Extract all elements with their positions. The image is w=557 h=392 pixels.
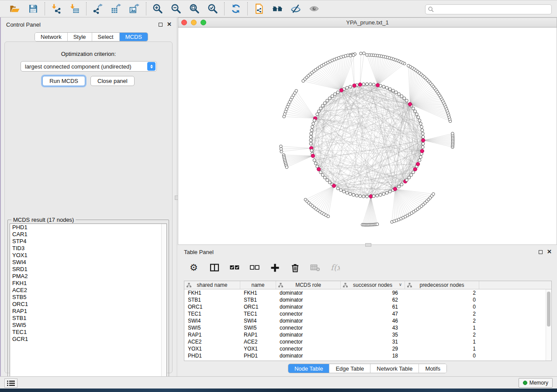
select-all-icon[interactable] xyxy=(229,262,240,273)
cell-name[interactable]: RAP1 xyxy=(240,331,276,338)
import-table-icon[interactable] xyxy=(69,3,80,14)
cell-predecessor-nodes[interactable]: 2 xyxy=(405,310,479,317)
cell-successor-nodes[interactable]: 18 xyxy=(341,352,405,359)
network-document-icon[interactable] xyxy=(253,3,265,14)
mcds-result-item[interactable]: SRD1 xyxy=(10,266,166,273)
cell-successor-nodes[interactable]: 29 xyxy=(341,345,405,352)
table-row[interactable]: RAP1RAP1dominator352 xyxy=(184,331,551,338)
mcds-result-item[interactable]: TID3 xyxy=(10,245,166,252)
zoom-selected-icon[interactable] xyxy=(207,3,218,14)
cell-shared-name[interactable]: SWI4 xyxy=(184,317,240,324)
mcds-result-item[interactable]: ORC1 xyxy=(10,301,166,308)
mcds-result-list[interactable]: PHD1CAR1STP4TID3YOX1SWI4SRD1PMA2FKH1ACE2… xyxy=(10,224,167,379)
minimize-window-icon[interactable] xyxy=(191,20,197,25)
memory-button[interactable]: Memory xyxy=(519,378,553,388)
search-input[interactable] xyxy=(436,7,549,13)
cell-shared-name[interactable]: YOX1 xyxy=(184,345,240,352)
cell-name[interactable]: PHD1 xyxy=(240,352,276,359)
add-column-icon[interactable] xyxy=(270,262,280,273)
cell-name[interactable]: SWI4 xyxy=(240,317,276,324)
cell-shared-name[interactable]: SWI5 xyxy=(184,324,240,331)
sort-chevron-icon[interactable]: ∨ xyxy=(399,282,402,287)
mcds-result-item[interactable]: YOX1 xyxy=(10,252,166,259)
cell-shared-name[interactable]: RAP1 xyxy=(184,331,240,338)
cell-name[interactable]: FKH1 xyxy=(240,289,276,296)
zoom-out-icon[interactable] xyxy=(170,3,182,14)
tab-node-table[interactable]: Node Table xyxy=(288,364,330,373)
column-header-predecessor-nodes[interactable]: predecessor nodes xyxy=(405,281,479,289)
close-window-icon[interactable] xyxy=(181,20,187,25)
mcds-result-item[interactable]: CAR1 xyxy=(10,231,166,238)
cell-MCDS-role[interactable]: connector xyxy=(276,310,341,317)
mcds-result-item[interactable]: FKH1 xyxy=(10,280,166,287)
run-mcds-button[interactable]: Run MCDS xyxy=(42,76,85,86)
cell-name[interactable]: TEC1 xyxy=(240,310,276,317)
table-row[interactable]: SWI5SWI5connector431 xyxy=(184,324,551,331)
cell-successor-nodes[interactable]: 61 xyxy=(341,303,405,310)
import-network-icon[interactable] xyxy=(51,3,62,14)
cell-MCDS-role[interactable]: connector xyxy=(276,338,341,345)
cell-successor-nodes[interactable]: 96 xyxy=(341,289,405,296)
mcds-result-item[interactable]: TEC1 xyxy=(10,329,166,336)
tab-mcds[interactable]: MCDS xyxy=(120,33,148,41)
cell-name[interactable]: ORC1 xyxy=(240,303,276,310)
network-window-titlebar[interactable]: YPA_prune.txt_1 xyxy=(178,17,557,28)
cell-predecessor-nodes[interactable]: 0 xyxy=(405,352,479,359)
cell-predecessor-nodes[interactable]: 2 xyxy=(405,289,479,296)
float-table-panel-icon[interactable] xyxy=(539,250,543,254)
cell-shared-name[interactable]: PHD1 xyxy=(184,352,240,359)
cell-MCDS-role[interactable]: dominator xyxy=(276,331,341,338)
delete-table-icon[interactable] xyxy=(310,262,320,273)
zoom-fit-icon[interactable] xyxy=(189,3,200,14)
mcds-result-item[interactable]: STP4 xyxy=(10,238,166,245)
cell-MCDS-role[interactable]: dominator xyxy=(276,352,341,359)
cell-name[interactable]: STB1 xyxy=(240,296,276,303)
cell-predecessor-nodes[interactable]: 1 xyxy=(405,324,479,331)
export-network-icon[interactable] xyxy=(92,3,104,14)
mcds-result-item[interactable]: STB1 xyxy=(10,315,166,322)
tab-network[interactable]: Network xyxy=(35,33,68,41)
cell-shared-name[interactable]: FKH1 xyxy=(184,289,240,296)
cell-successor-nodes[interactable]: 35 xyxy=(341,331,405,338)
cell-MCDS-role[interactable]: dominator xyxy=(276,317,341,324)
mcds-result-item[interactable]: ACE2 xyxy=(10,287,166,294)
export-image-icon[interactable] xyxy=(129,3,140,14)
cell-successor-nodes[interactable]: 47 xyxy=(341,310,405,317)
cell-successor-nodes[interactable]: 31 xyxy=(341,338,405,345)
mcds-result-item[interactable]: PMA2 xyxy=(10,273,166,280)
zoom-window-icon[interactable] xyxy=(201,20,206,25)
task-history-button[interactable] xyxy=(4,378,17,388)
column-header-MCDS-role[interactable]: MCDS role xyxy=(276,281,341,289)
cell-shared-name[interactable]: ORC1 xyxy=(184,303,240,310)
table-row[interactable]: TEC1TEC1connector472 xyxy=(184,310,551,317)
first-neighbors-icon[interactable] xyxy=(272,3,283,14)
table-options-icon[interactable]: ⚙ xyxy=(189,262,200,273)
network-canvas[interactable] xyxy=(178,28,557,245)
column-header-name[interactable]: name xyxy=(240,281,276,289)
hide-selected-icon[interactable] xyxy=(290,3,301,14)
cell-predecessor-nodes[interactable]: 0 xyxy=(405,296,479,303)
table-row[interactable]: ACE2ACE2connector311 xyxy=(184,338,551,345)
cell-MCDS-role[interactable]: connector xyxy=(276,345,341,352)
mcds-result-item[interactable]: SWI5 xyxy=(10,322,166,329)
cell-name[interactable]: YOX1 xyxy=(240,345,276,352)
table-row[interactable]: YOX1YOX1connector291 xyxy=(184,345,551,352)
cell-name[interactable]: SWI5 xyxy=(240,324,276,331)
show-all-icon[interactable] xyxy=(308,3,320,14)
deselect-all-icon[interactable] xyxy=(249,262,260,273)
tab-network-table[interactable]: Network Table xyxy=(370,364,419,373)
cell-name[interactable]: ACE2 xyxy=(240,338,276,345)
table-row[interactable]: FKH1FKH1dominator962 xyxy=(184,289,551,296)
open-session-icon[interactable] xyxy=(9,3,21,14)
refresh-icon[interactable] xyxy=(230,3,242,14)
mcds-result-item[interactable]: RAP1 xyxy=(10,308,166,315)
table-row[interactable]: ORC1ORC1dominator610 xyxy=(184,303,551,310)
search-box[interactable] xyxy=(425,4,552,14)
horizontal-splitter-handle[interactable] xyxy=(365,243,371,247)
cell-shared-name[interactable]: ACE2 xyxy=(184,338,240,345)
column-header-shared-name[interactable]: shared name xyxy=(184,281,240,289)
function-builder-icon[interactable]: f(x) xyxy=(330,262,340,273)
tab-style[interactable]: Style xyxy=(68,33,92,41)
table-row[interactable]: SWI4SWI4dominator462 xyxy=(184,317,551,324)
cell-predecessor-nodes[interactable]: 1 xyxy=(405,345,479,352)
